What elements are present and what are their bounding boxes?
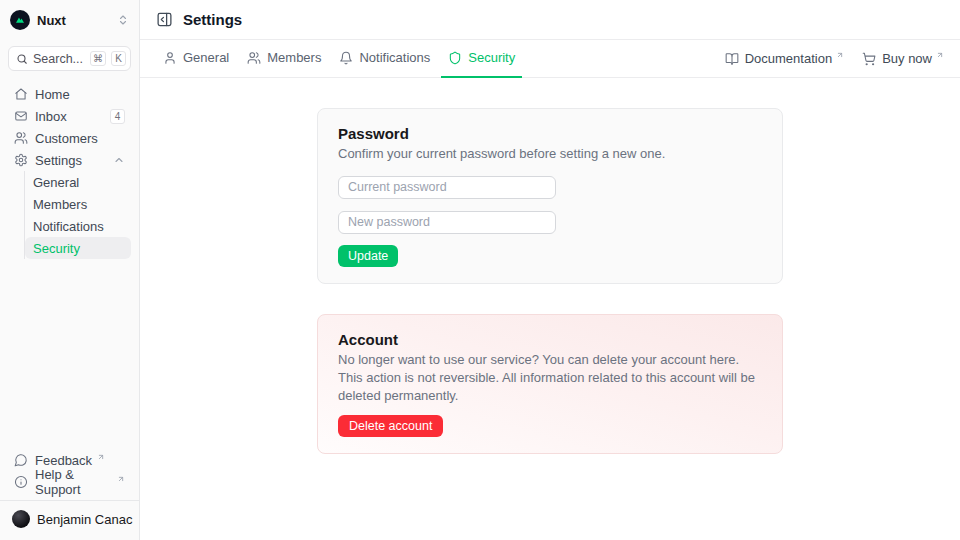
- settings-tabs: General Members Notifications Security: [140, 40, 960, 78]
- search-icon: [16, 53, 28, 65]
- sidebar-item-notifications[interactable]: Notifications: [25, 215, 131, 237]
- app-window: Nuxt Search... ⌘ K Home: [0, 0, 960, 540]
- sidebar-item-label: Members: [33, 197, 87, 212]
- workspace-selector[interactable]: Nuxt: [8, 8, 131, 32]
- new-password-field[interactable]: [338, 211, 556, 234]
- chevrons-up-down-icon: [117, 14, 129, 26]
- tab-label: Members: [267, 50, 321, 65]
- sidebar-item-settings[interactable]: Settings: [8, 149, 131, 171]
- gear-icon: [14, 153, 28, 167]
- customers-icon: [14, 131, 28, 145]
- tab-label: General: [183, 50, 229, 65]
- shield-icon: [448, 51, 462, 65]
- external-link-icon: [936, 51, 944, 59]
- kbd-k: K: [111, 51, 126, 66]
- sidebar-item-label: Home: [35, 87, 125, 102]
- delete-account-button[interactable]: Delete account: [338, 415, 443, 437]
- main-area: Settings General Members Notifications: [140, 0, 960, 540]
- page-header: Settings: [140, 0, 960, 40]
- card-description: No longer want to use our service? You c…: [338, 351, 762, 405]
- sidebar-item-general[interactable]: General: [25, 171, 131, 193]
- header-actions: Documentation Buy now: [725, 51, 944, 66]
- documentation-link[interactable]: Documentation: [725, 51, 844, 66]
- sidebar-item-home[interactable]: Home: [8, 83, 131, 105]
- inbox-count-badge: 4: [110, 109, 125, 124]
- avatar: [12, 510, 30, 528]
- tab-label: Notifications: [359, 50, 430, 65]
- page-title: Settings: [183, 11, 242, 28]
- workspace-name: Nuxt: [37, 13, 110, 28]
- card-title: Account: [338, 331, 762, 348]
- users-icon: [247, 51, 261, 65]
- card-title: Password: [338, 125, 762, 142]
- footer-link-label: Feedback: [35, 453, 92, 468]
- sidebar-item-customers[interactable]: Customers: [8, 127, 131, 149]
- divider: [0, 500, 139, 501]
- footer-link-label: Help & Support: [35, 467, 112, 497]
- bell-icon: [339, 51, 353, 65]
- new-password-field-wrap: [338, 211, 762, 234]
- search-input[interactable]: Search... ⌘ K: [8, 46, 131, 71]
- chevron-up-icon: [113, 154, 125, 166]
- sidebar-item-label: Settings: [35, 153, 106, 168]
- tab-label: Security: [468, 50, 515, 65]
- update-password-button[interactable]: Update: [338, 245, 398, 267]
- sidebar-item-label: Inbox: [35, 109, 103, 124]
- current-password-field-wrap: [338, 176, 762, 199]
- action-link-label: Buy now: [882, 51, 932, 66]
- action-link-label: Documentation: [745, 51, 832, 66]
- user-icon: [163, 51, 177, 65]
- account-card: Account No longer want to use our servic…: [317, 314, 783, 454]
- sidebar: Nuxt Search... ⌘ K Home: [0, 0, 140, 540]
- sidebar-item-members[interactable]: Members: [25, 193, 131, 215]
- buy-now-link[interactable]: Buy now: [862, 51, 944, 66]
- shopping-cart-icon: [862, 52, 876, 66]
- external-link-icon: [836, 51, 844, 59]
- settings-subnav: General Members Notifications Security: [24, 171, 131, 259]
- sidebar-item-label: Security: [33, 241, 80, 256]
- card-description: Confirm your current password before set…: [338, 145, 762, 163]
- tab-notifications[interactable]: Notifications: [332, 40, 437, 78]
- inbox-icon: [14, 109, 28, 123]
- message-bubble-icon: [14, 453, 28, 467]
- sidebar-footer: Feedback Help & Support Benjamin Canac: [8, 449, 131, 532]
- password-card: Password Confirm your current password b…: [317, 108, 783, 284]
- tab-security[interactable]: Security: [441, 40, 522, 78]
- external-link-icon: [97, 453, 105, 461]
- kbd-cmd: ⌘: [90, 51, 106, 66]
- settings-security-page: Password Confirm your current password b…: [140, 78, 960, 540]
- info-circle-icon: [14, 475, 28, 489]
- collapse-sidebar-button[interactable]: [156, 11, 173, 28]
- user-menu[interactable]: Benjamin Canac: [8, 506, 131, 532]
- sidebar-item-security[interactable]: Security: [25, 237, 131, 259]
- current-password-field[interactable]: [338, 176, 556, 199]
- tab-members[interactable]: Members: [240, 40, 328, 78]
- tab-general[interactable]: General: [156, 40, 236, 78]
- sidebar-item-label: Customers: [35, 131, 125, 146]
- sidebar-item-label: Notifications: [33, 219, 104, 234]
- home-icon: [14, 87, 28, 101]
- external-link-icon: [117, 475, 125, 483]
- sidebar-item-inbox[interactable]: Inbox 4: [8, 105, 131, 127]
- nuxt-logo-icon: [10, 10, 30, 30]
- user-name: Benjamin Canac: [37, 512, 132, 527]
- help-support-link[interactable]: Help & Support: [8, 471, 131, 493]
- search-placeholder: Search...: [33, 52, 85, 66]
- sidebar-item-label: General: [33, 175, 79, 190]
- sidebar-nav: Home Inbox 4 Customers Settings: [8, 83, 131, 259]
- book-open-icon: [725, 52, 739, 66]
